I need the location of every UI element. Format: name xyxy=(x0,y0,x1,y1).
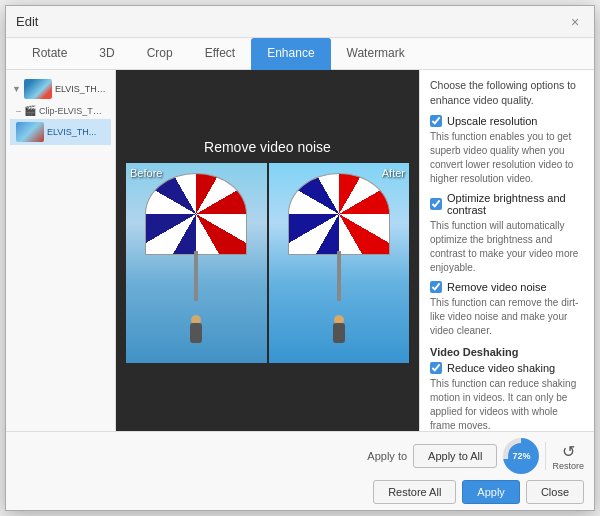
apply-to-label: Apply to xyxy=(367,450,407,462)
brightness-label: Optimize brightness and contrast xyxy=(447,192,584,216)
tab-enhance[interactable]: Enhance xyxy=(251,38,330,70)
noise-checkbox-row: Remove video noise xyxy=(430,281,584,293)
collapse-icon: ▼ xyxy=(12,84,21,94)
after-image: After xyxy=(269,163,410,363)
enhance-intro: Choose the following options to enhance … xyxy=(430,78,584,107)
video-icon: 🎬 xyxy=(24,105,36,116)
title-bar: Edit × xyxy=(6,6,594,38)
file-thumbnail xyxy=(16,122,44,142)
title-bar-left: Edit xyxy=(16,14,38,29)
after-label: After xyxy=(382,167,405,179)
person-body-before xyxy=(190,323,202,343)
upscale-option: Upscale resolution This function enables… xyxy=(430,115,584,186)
after-parachute xyxy=(269,163,410,363)
bottom-row1: Apply to Apply to All 72% ↺ Restore xyxy=(16,438,584,474)
restore-current-button[interactable]: ↺ Restore xyxy=(552,442,584,471)
list-icon: – xyxy=(16,106,21,116)
group-name: ELVIS_THATS_... xyxy=(55,84,109,94)
close-button-bottom[interactable]: Close xyxy=(526,480,584,504)
progress-value: 72% xyxy=(508,443,534,469)
preview-panel: Remove video noise Before After xyxy=(116,70,419,431)
enhance-panel: Choose the following options to enhance … xyxy=(419,70,594,431)
noise-label: Remove video noise xyxy=(447,281,547,293)
bottom-row2: Restore All Apply Close xyxy=(16,480,584,504)
edit-dialog: Edit × Rotate 3D Crop Effect Enhance Wat… xyxy=(5,5,595,511)
close-button[interactable]: × xyxy=(566,13,584,31)
file-list-panel: ▼ ELVIS_THATS_... – 🎬 Clip-ELVIS_TH... E… xyxy=(6,70,116,431)
deshake-desc: This function can reduce shaking motion … xyxy=(430,377,584,431)
dialog-title: Edit xyxy=(16,14,38,29)
upscale-checkbox[interactable] xyxy=(430,115,442,127)
deshake-checkbox[interactable] xyxy=(430,362,442,374)
before-label: Before xyxy=(130,167,162,179)
bottom-bar: Apply to Apply to All 72% ↺ Restore Rest… xyxy=(6,431,594,510)
restore-icon: ↺ xyxy=(562,442,575,461)
tab-effect[interactable]: Effect xyxy=(189,38,251,70)
before-image: Before xyxy=(126,163,267,363)
upscale-desc: This function enables you to get superb … xyxy=(430,130,584,186)
list-item-file[interactable]: ELVIS_TH... xyxy=(10,119,111,145)
tab-rotate[interactable]: Rotate xyxy=(16,38,83,70)
group-thumbnail xyxy=(24,79,52,99)
restore-current-label: Restore xyxy=(552,461,584,471)
brightness-checkbox[interactable] xyxy=(430,198,442,210)
file-group: ▼ ELVIS_THATS_... – 🎬 Clip-ELVIS_TH... E… xyxy=(6,74,115,147)
tab-3d[interactable]: 3D xyxy=(83,38,130,70)
brightness-option: Optimize brightness and contrast This fu… xyxy=(430,192,584,275)
divider xyxy=(545,442,546,470)
noise-option: Remove video noise This function can rem… xyxy=(430,281,584,338)
deshake-option: Reduce video shaking This function can r… xyxy=(430,362,584,431)
apply-all-button[interactable]: Apply to All xyxy=(413,444,497,468)
preview-images: Before After xyxy=(126,163,409,363)
file-name: ELVIS_TH... xyxy=(47,127,96,137)
upscale-checkbox-row: Upscale resolution xyxy=(430,115,584,127)
tab-crop[interactable]: Crop xyxy=(131,38,189,70)
tab-watermark[interactable]: Watermark xyxy=(331,38,421,70)
main-content: ▼ ELVIS_THATS_... – 🎬 Clip-ELVIS_TH... E… xyxy=(6,70,594,431)
deshake-label: Reduce video shaking xyxy=(447,362,555,374)
progress-circle: 72% xyxy=(503,438,539,474)
before-parachute xyxy=(126,163,267,363)
list-item-clip[interactable]: – 🎬 Clip-ELVIS_TH... xyxy=(10,102,111,119)
person-body-after xyxy=(333,323,345,343)
tab-bar: Rotate 3D Crop Effect Enhance Watermark xyxy=(6,38,594,70)
noise-checkbox[interactable] xyxy=(430,281,442,293)
upscale-label: Upscale resolution xyxy=(447,115,538,127)
restore-all-button[interactable]: Restore All xyxy=(373,480,456,504)
noise-desc: This function can remove the dirt-like v… xyxy=(430,296,584,338)
deshaking-section-header: Video Deshaking xyxy=(430,346,584,358)
brightness-checkbox-row: Optimize brightness and contrast xyxy=(430,192,584,216)
file-group-header[interactable]: ▼ ELVIS_THATS_... xyxy=(10,76,111,102)
apply-button[interactable]: Apply xyxy=(462,480,520,504)
deshake-checkbox-row: Reduce video shaking xyxy=(430,362,584,374)
preview-title: Remove video noise xyxy=(204,139,331,155)
clip-name: Clip-ELVIS_TH... xyxy=(39,106,105,116)
brightness-desc: This function will automatically optimiz… xyxy=(430,219,584,275)
